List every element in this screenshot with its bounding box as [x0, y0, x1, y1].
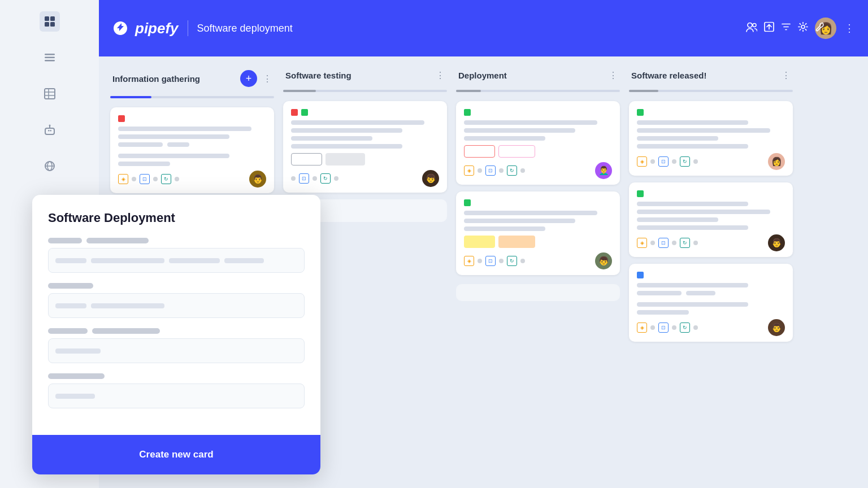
footer-icon-blue: ⊡ — [658, 238, 669, 248]
svg-point-15 — [49, 125, 50, 127]
footer-icon-blue: ⊡ — [658, 323, 669, 333]
card-tags — [291, 153, 439, 165]
input-placeholder — [55, 394, 95, 399]
export-icon[interactable] — [764, 22, 774, 35]
filter-icon[interactable] — [781, 22, 791, 35]
footer-icon-teal: ↻ — [161, 174, 171, 184]
column-menu-released[interactable]: ⋮ — [782, 70, 791, 81]
card-line — [637, 210, 770, 214]
footer-icon-blue: ⊡ — [485, 165, 496, 176]
card: ◈ ⊡ ↻ 👦 — [456, 191, 620, 275]
form-label-block — [48, 283, 93, 289]
column-title-deployment: Deployment — [458, 71, 603, 80]
footer-dot — [672, 325, 676, 330]
form-label-block — [92, 328, 160, 334]
create-card-modal: Software Deployment — [32, 195, 320, 474]
form-label-row — [48, 328, 305, 334]
card-footer-icons: ⊡ ↻ — [291, 173, 338, 184]
column-progress-deployment — [456, 90, 620, 92]
create-card-label: Create new card — [139, 449, 213, 460]
card-footer: ◈ ⊡ ↻ 👨‍🦱 — [464, 162, 612, 179]
column-menu-deployment[interactable]: ⋮ — [609, 70, 618, 81]
form-input-3[interactable] — [48, 338, 305, 363]
card-line — [118, 154, 229, 158]
column-software-released: Software released! ⋮ ◈ ⊡ — [629, 70, 793, 342]
card-footer: ◈ ⊡ ↻ 👨 — [637, 234, 785, 251]
footer-dot — [334, 176, 338, 181]
footer-dot — [693, 325, 698, 330]
card-line — [464, 226, 545, 231]
footer-icon-orange: ◈ — [464, 165, 474, 176]
footer-dot — [672, 241, 676, 245]
footer-dot — [650, 325, 655, 330]
card-avatar: 👨 — [768, 234, 785, 251]
column-progress-testing — [283, 90, 447, 92]
footer-dot — [650, 159, 655, 164]
card-line — [118, 142, 163, 147]
column-menu-testing[interactable]: ⋮ — [436, 70, 445, 81]
sidebar-item-table[interactable] — [40, 84, 60, 104]
column-title-info: Information gathering — [112, 74, 235, 84]
sidebar-item-globe[interactable] — [40, 156, 60, 176]
footer-dot — [693, 241, 698, 245]
card-tags — [464, 236, 612, 248]
form-input-4[interactable] — [48, 384, 305, 408]
svg-rect-3 — [50, 22, 55, 27]
footer-dot — [499, 259, 504, 263]
form-input-1[interactable] — [48, 248, 305, 273]
svg-rect-7 — [45, 89, 55, 99]
footer-dot — [313, 176, 317, 181]
input-placeholder — [224, 258, 264, 263]
card-line — [637, 144, 748, 149]
card-avatar: 👦 — [422, 170, 439, 187]
card-line — [637, 202, 748, 206]
card: ⊡ ↻ 👦 — [283, 101, 447, 193]
input-placeholder — [55, 348, 101, 354]
card-line — [118, 134, 229, 139]
column-menu-info[interactable]: ⋮ — [263, 73, 272, 84]
sidebar-item-list[interactable] — [40, 47, 60, 68]
sidebar-item-bot[interactable] — [40, 120, 60, 140]
form-label-block — [86, 238, 149, 243]
form-input-2[interactable] — [48, 293, 305, 318]
menu-dots-icon[interactable]: ⋮ — [844, 22, 854, 34]
settings-icon[interactable] — [798, 22, 808, 35]
card-line — [686, 291, 715, 295]
footer-icon-blue: ⊡ — [140, 174, 150, 184]
svg-point-20 — [753, 23, 756, 27]
wrench-icon[interactable] — [815, 22, 825, 35]
svg-rect-1 — [50, 16, 55, 21]
card-status-dot — [637, 190, 644, 197]
footer-icon-teal: ↻ — [320, 173, 331, 184]
card-status-dot — [637, 272, 644, 278]
card-line — [464, 120, 597, 125]
footer-dot — [520, 168, 525, 173]
column-header-released: Software released! ⋮ — [629, 70, 793, 81]
footer-icon-orange: ◈ — [637, 156, 647, 167]
card-line — [464, 128, 575, 133]
svg-point-22 — [801, 25, 805, 29]
card: ◈ ⊡ ↻ 👨 — [110, 107, 274, 193]
card-footer-icons: ◈ ⊡ ↻ — [118, 174, 179, 184]
people-icon[interactable] — [746, 22, 757, 34]
create-card-button[interactable]: Create new card — [32, 435, 320, 474]
card-line — [637, 283, 748, 287]
sidebar-item-grid[interactable] — [40, 11, 60, 32]
card-footer-icons: ◈ ⊡ ↻ — [464, 165, 525, 176]
footer-icon-teal: ↻ — [680, 156, 690, 167]
column-progress-bar-testing — [283, 90, 316, 92]
form-label-block — [48, 373, 105, 379]
footer-dot — [153, 177, 158, 181]
card-placeholder — [456, 284, 620, 301]
card-avatar: 👨 — [249, 171, 266, 188]
pipefy-logo-icon — [112, 20, 128, 36]
card-footer-icons: ◈ ⊡ ↻ — [637, 238, 698, 248]
column-add-button-info[interactable]: + — [240, 70, 257, 87]
svg-rect-0 — [45, 16, 49, 21]
column-title-released: Software released! — [631, 71, 776, 80]
logo-text: pipefy — [135, 20, 179, 37]
form-label-row — [48, 373, 305, 379]
card-dot-red — [291, 109, 298, 116]
input-placeholder — [91, 258, 164, 263]
input-placeholder — [91, 303, 164, 308]
